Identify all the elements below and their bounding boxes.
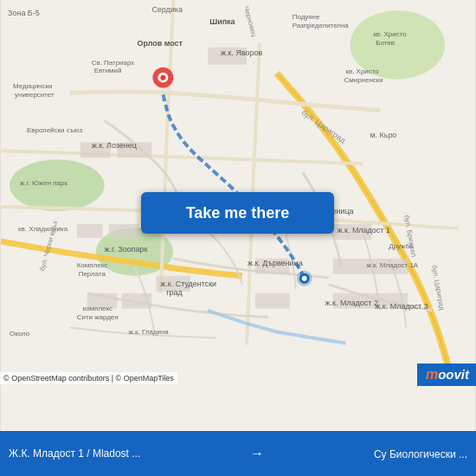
footer-to-stop: Су Биологически ... — [374, 448, 467, 460]
svg-text:кв. Хладилника: кв. Хладилника — [18, 225, 68, 233]
svg-text:кв. Христо: кв. Христо — [373, 30, 407, 38]
svg-text:Зона Б-5: Зона Б-5 — [8, 9, 40, 17]
svg-text:Смирненски: Смирненски — [344, 76, 383, 84]
svg-text:университет: университет — [15, 91, 55, 99]
svg-text:Шипка: Шипка — [209, 17, 235, 26]
moovit-brand-text: moovit — [426, 367, 469, 383]
svg-text:м. Кьро: м. Кьро — [370, 131, 396, 139]
take-me-there-label: Take me there — [186, 204, 290, 222]
app-container: Зона Б-5 Сердика Шипка Подуяне Разпредел… — [0, 0, 476, 476]
map-area[interactable]: Зона Б-5 Сердика Шипка Подуяне Разпредел… — [0, 0, 476, 431]
svg-point-67 — [302, 276, 307, 281]
svg-text:ж.г. Зоопарк: ж.г. Зоопарк — [105, 245, 148, 254]
footer-bar: Ж.К. Младост 1 / Mladost ... → Су Биолог… — [0, 431, 476, 476]
svg-rect-7 — [77, 224, 103, 238]
svg-text:ж.к. Дървеница: ж.к. Дървеница — [248, 259, 303, 267]
svg-text:Комплекс: Комплекс — [77, 261, 107, 269]
svg-text:ж.к. Лозенец: ж.к. Лозенец — [92, 141, 137, 150]
moovit-dot: m — [426, 367, 438, 382]
svg-text:Сердика: Сердика — [151, 5, 183, 14]
svg-text:ж.к. Яворов: ж.к. Яворов — [221, 48, 262, 57]
take-me-there-button[interactable]: Take me there — [141, 192, 334, 234]
svg-text:ж.к. Студентски: ж.к. Студентски — [160, 280, 216, 288]
attribution-text: © OpenStreetMap contributors | © OpenMap… — [3, 374, 174, 383]
moovit-logo: moovit — [417, 363, 476, 386]
svg-text:ж.к. Младост 1: ж.к. Младост 1 — [338, 226, 390, 235]
svg-text:ж.к. Младост 1А: ж.к. Младост 1А — [366, 261, 418, 269]
svg-text:кв. Христо: кв. Христо — [346, 68, 380, 75]
svg-text:Около: Около — [10, 330, 30, 338]
svg-text:Ботев: Ботев — [376, 39, 395, 47]
svg-text:Св. Патриарх: Св. Патриарх — [92, 59, 135, 67]
footer-from-stop: Ж.К. Младост 1 / Mladost ... — [9, 447, 140, 460]
footer-to-container: Су Биологически ... — [374, 446, 467, 461]
svg-point-64 — [160, 75, 165, 80]
footer-route-info: Ж.К. Младост 1 / Mladost ... — [9, 447, 140, 460]
svg-text:Перлата: Перлата — [79, 270, 106, 278]
map-attribution: © OpenStreetMap contributors | © OpenMap… — [0, 372, 177, 384]
svg-text:Медицински: Медицински — [13, 82, 52, 90]
svg-rect-19 — [122, 293, 152, 309]
footer-arrow-icon: → — [250, 446, 264, 461]
svg-text:ж.к. Гладина: ж.к. Гладина — [129, 328, 170, 336]
svg-text:ж.к. Младост 2: ж.к. Младост 2 — [325, 299, 378, 307]
svg-text:Европейски съюз: Европейски съюз — [27, 126, 83, 134]
svg-text:ж.к. Младост 3: ж.к. Младост 3 — [375, 302, 428, 311]
svg-text:ж.г. Южен парк: ж.г. Южен парк — [20, 179, 68, 187]
svg-text:Орлов мост: Орлов мост — [137, 39, 183, 48]
svg-text:Евтимий: Евтимий — [94, 67, 122, 74]
svg-rect-16 — [255, 293, 290, 309]
svg-text:Сити жарден: Сити жарден — [77, 313, 119, 321]
svg-text:Разпределителна: Разпределителна — [293, 22, 350, 29]
svg-text:комплекс: комплекс — [83, 305, 113, 312]
svg-text:Подуяне: Подуяне — [293, 13, 320, 21]
svg-text:град: град — [166, 288, 183, 297]
svg-rect-8 — [109, 224, 139, 238]
